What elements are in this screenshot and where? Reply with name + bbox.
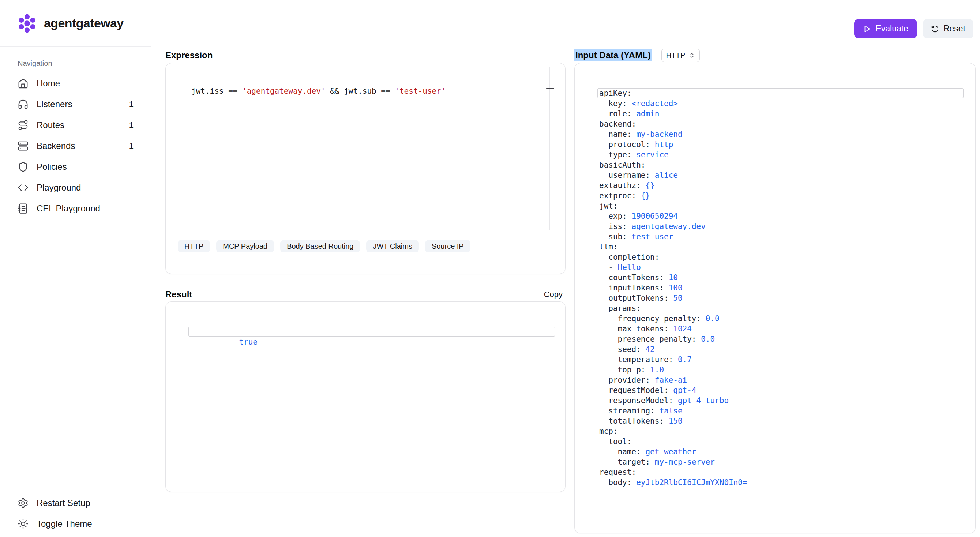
yaml-key: iss:: [608, 222, 627, 231]
yaml-key: top_p:: [618, 365, 646, 374]
example-tag-body-based-routing[interactable]: Body Based Routing: [280, 240, 360, 253]
yaml-value: {}: [641, 191, 650, 200]
evaluate-button[interactable]: Evaluate: [854, 19, 917, 38]
result-line: true: [188, 327, 555, 337]
sidebar-item-playground[interactable]: Playground: [7, 177, 144, 198]
evaluate-label: Evaluate: [875, 24, 908, 33]
yaml-key: temperature:: [618, 355, 673, 364]
sidebar-item-label: Restart Setup: [37, 498, 91, 508]
yaml-value: 10: [669, 273, 678, 282]
home-icon: [18, 78, 29, 89]
yaml-key: presence_penalty:: [618, 335, 697, 343]
yaml-code-input[interactable]: apiKey: key: <redacted> role: adminbacke…: [597, 88, 964, 488]
reset-button[interactable]: Reset: [923, 19, 974, 38]
yaml-value: http: [655, 140, 673, 149]
yaml-value: my-mcp-server: [655, 458, 715, 466]
yaml-key: name:: [608, 130, 632, 139]
yaml-value: gpt-4-turbo: [678, 396, 729, 405]
yaml-value: test-user: [632, 232, 673, 241]
expression-example-tags: HTTPMCP PayloadBody Based RoutingJWT Cla…: [178, 240, 471, 253]
yaml-key: requestModel:: [608, 386, 668, 395]
route-icon: [18, 120, 29, 130]
yaml-key: protocol:: [608, 140, 650, 149]
yaml-line: iss: agentgateway.dev: [597, 221, 964, 232]
yaml-key: max_tokens:: [618, 324, 669, 333]
sidebar-item-home[interactable]: Home: [7, 73, 144, 94]
result-panel: true: [165, 302, 566, 492]
example-tag-http[interactable]: HTTP: [178, 240, 210, 253]
sidebar-item-label: Backends: [37, 141, 75, 151]
sidebar-item-restart-setup[interactable]: Restart Setup: [7, 493, 144, 513]
yaml-line: name: get_weather: [597, 446, 964, 457]
yaml-line: top_p: 1.0: [597, 365, 964, 375]
yaml-key: inputTokens:: [608, 283, 664, 292]
yaml-value: alice: [655, 171, 678, 180]
yaml-key: name:: [618, 447, 641, 456]
yaml-line: key: <redacted>: [597, 99, 964, 109]
sidebar-item-toggle-theme[interactable]: Toggle Theme: [7, 513, 144, 534]
play-icon: [863, 25, 871, 33]
yaml-value: 1900650294: [632, 212, 678, 221]
expression-token: 'test-user': [395, 87, 445, 95]
yaml-line: jwt:: [597, 201, 964, 211]
yaml-value: 150: [669, 417, 682, 426]
yaml-line: streaming: false: [597, 406, 964, 416]
sidebar-item-listeners[interactable]: Listeners1: [7, 94, 144, 114]
sidebar-item-backends[interactable]: Backends1: [7, 135, 144, 156]
yaml-line: body: eyJtb2RlbCI6ICJmYXN0In0=: [597, 477, 964, 488]
yaml-line: type: service: [597, 149, 964, 160]
yaml-key: streaming:: [608, 407, 654, 415]
sidebar-item-cel-playground[interactable]: CEL Playground: [7, 198, 144, 219]
expression-editor-card: jwt.iss == 'agentgateway.dev' && jwt.sub…: [165, 63, 566, 274]
sidebar-item-count: 1: [129, 100, 134, 109]
notebook-icon: [18, 203, 29, 214]
sidebar-item-policies[interactable]: Policies: [7, 156, 144, 177]
yaml-key: extproc:: [599, 191, 636, 200]
editor-scrollbar-thumb[interactable]: [546, 88, 554, 89]
input-column: Input Data (YAML) HTTP apiKey: key: <red…: [574, 48, 975, 533]
yaml-key: type:: [608, 150, 632, 159]
yaml-key: role:: [608, 110, 632, 118]
yaml-value: 100: [669, 283, 682, 292]
yaml-key: key:: [608, 99, 627, 108]
rotate-ccw-icon: [931, 25, 939, 33]
example-tag-jwt-claims[interactable]: JWT Claims: [366, 240, 418, 253]
editor-scrollbar[interactable]: [549, 67, 550, 230]
yaml-value: 1.0: [650, 365, 664, 374]
yaml-line: request:: [597, 467, 964, 477]
result-value: true: [239, 338, 258, 346]
yaml-line: username: alice: [597, 170, 964, 180]
yaml-line: llm:: [597, 242, 964, 252]
nav-list: HomeListeners1Routes1Backends1PoliciesPl…: [0, 73, 151, 219]
yaml-value: 0.0: [706, 314, 719, 323]
yaml-key: countTokens:: [608, 273, 664, 282]
input-type-select[interactable]: HTTP: [661, 49, 700, 62]
sidebar-item-count: 1: [129, 141, 134, 151]
expression-code-input[interactable]: jwt.iss == 'agentgateway.dev' && jwt.sub…: [191, 86, 445, 96]
expression-token: && jwt.sub ==: [326, 87, 395, 95]
yaml-value: 1024: [673, 324, 692, 333]
yaml-value: eyJtb2RlbCI6ICJmYXN0In0=: [636, 478, 747, 487]
yaml-key: body:: [608, 478, 632, 487]
yaml-key: totalTokens:: [608, 417, 664, 426]
expression-column: Expression jwt.iss == 'agentgateway.dev'…: [165, 48, 566, 492]
yaml-value: false: [659, 407, 682, 415]
yaml-value: gpt-4: [673, 386, 696, 395]
yaml-key: llm:: [599, 243, 618, 251]
input-title-text: Input Data (YAML): [574, 49, 652, 61]
yaml-key: target:: [618, 458, 651, 466]
copy-button[interactable]: Copy: [541, 290, 566, 299]
yaml-line: max_tokens: 1024: [597, 324, 964, 334]
sidebar-item-label: CEL Playground: [37, 203, 100, 214]
brand[interactable]: agentgateway: [0, 0, 151, 47]
example-tag-source-ip[interactable]: Source IP: [425, 240, 471, 253]
yaml-key: request:: [599, 468, 636, 477]
example-tag-mcp-payload[interactable]: MCP Payload: [216, 240, 274, 253]
yaml-line: countTokens: 10: [597, 273, 964, 283]
sidebar-item-count: 1: [129, 120, 134, 130]
sidebar-item-routes[interactable]: Routes1: [7, 114, 144, 135]
sidebar-item-label: Routes: [37, 120, 64, 130]
sidebar-footer: Restart SetupToggle Theme: [0, 493, 151, 537]
yaml-line: provider: fake-ai: [597, 375, 964, 385]
sidebar-item-label: Policies: [37, 162, 67, 172]
